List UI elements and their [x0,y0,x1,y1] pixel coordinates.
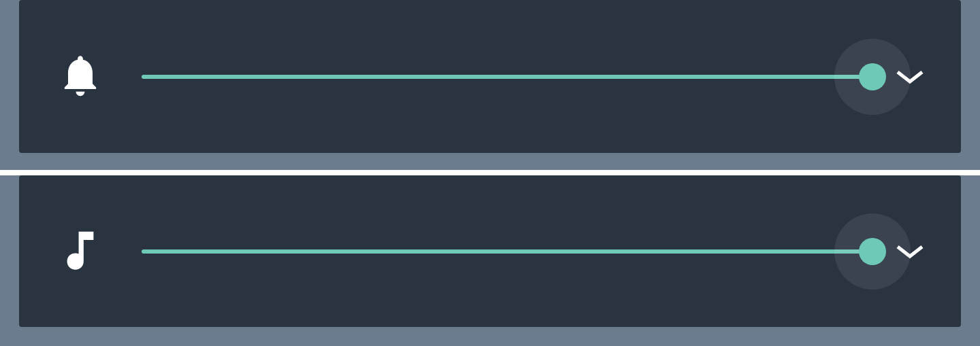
media-volume-slider[interactable] [142,231,872,272]
music-note-icon [46,228,114,275]
slider-thumb[interactable] [859,238,886,265]
ring-volume-slider[interactable] [142,56,872,97]
slider-track [142,249,872,254]
panel-divider [0,170,980,175]
bell-icon [46,52,114,101]
slider-track [142,75,872,79]
slider-thumb[interactable] [859,63,886,90]
ring-volume-panel [19,0,961,153]
media-volume-panel [19,175,961,327]
